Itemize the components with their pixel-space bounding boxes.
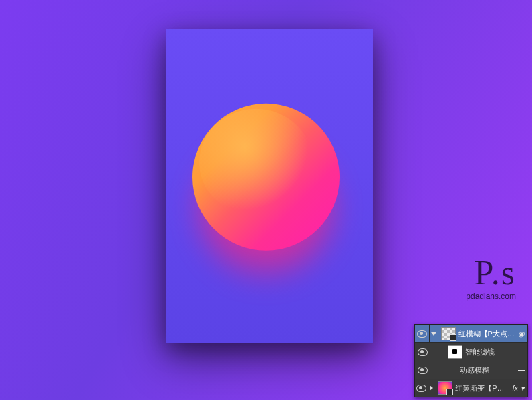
layer-name[interactable]: 红模糊【P大点S】 [458, 329, 518, 339]
watermark-logo: P.s [416, 256, 516, 290]
gradient-sphere [192, 104, 346, 291]
layer-name[interactable]: 红黄渐变【P大点... [455, 383, 512, 393]
layer-row[interactable]: 红黄渐变【P大点... fx ▾ [415, 379, 527, 397]
layer-options[interactable]: ◉ [518, 330, 527, 338]
workspace: P.s pdadians.com 红模糊【P大点S】 ◉ 智能滤镜 [0, 0, 532, 400]
gradient-circle [192, 104, 340, 251]
visibility-toggle[interactable] [415, 361, 430, 379]
visibility-toggle[interactable] [415, 379, 428, 397]
filter-name[interactable]: 动感模糊 [460, 365, 518, 375]
eye-icon [416, 385, 426, 392]
smart-object-badge-icon [450, 334, 456, 341]
visibility-toggle[interactable] [415, 325, 430, 342]
fx-badge[interactable]: fx [512, 384, 518, 392]
eye-icon [418, 348, 428, 356]
filter-settings-button[interactable] [518, 366, 527, 374]
watermark: P.s pdadians.com [416, 256, 516, 301]
layer-thumbnail[interactable] [438, 381, 452, 395]
filter-group-label: 智能滤镜 [465, 347, 527, 357]
layer-row[interactable]: 红模糊【P大点S】 ◉ [415, 325, 527, 343]
filter-mask-thumbnail[interactable] [448, 345, 462, 359]
layer-thumbnail[interactable] [441, 327, 456, 340]
visibility-toggle[interactable] [415, 343, 430, 361]
layer-row[interactable]: 动感模糊 [415, 361, 527, 379]
poster-canvas [166, 29, 373, 343]
layer-row[interactable]: 智能滤镜 [415, 343, 527, 361]
filter-settings-icon [518, 366, 525, 374]
watermark-url: pdadians.com [416, 292, 516, 301]
eye-icon [417, 330, 427, 338]
chevron-down-icon[interactable]: ▾ [521, 384, 525, 393]
eye-icon [418, 367, 428, 374]
layers-panel[interactable]: 红模糊【P大点S】 ◉ 智能滤镜 动感模糊 [414, 324, 528, 397]
disclosure-triangle-icon[interactable] [431, 332, 436, 336]
circle-highlight [199, 109, 313, 216]
disclosure-triangle-icon[interactable] [430, 385, 433, 391]
smart-object-badge-icon [446, 389, 453, 395]
